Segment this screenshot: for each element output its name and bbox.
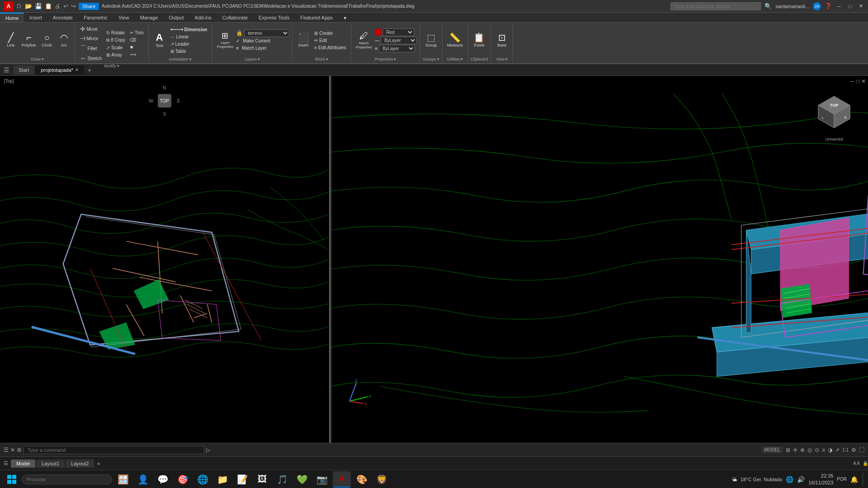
redo-icon[interactable]: ↪ [71, 3, 76, 9]
transparency-icon[interactable]: ◑ [828, 447, 832, 453]
taskbar-app-files[interactable]: 📁 [213, 471, 231, 488]
viewport-minimize-icon[interactable]: ─ [850, 78, 854, 84]
block-expand-icon[interactable]: ▾ [326, 57, 328, 61]
insert-button[interactable]: ⬛ Insert [295, 32, 311, 48]
group-button[interactable]: ⬚ Group [423, 32, 439, 48]
taskbar-app-explorer[interactable]: 🪟 [114, 471, 132, 488]
show-desktop-button[interactable] [863, 473, 864, 486]
properties-group-label[interactable]: Properties ▾ [374, 56, 396, 61]
scale-button[interactable]: ⤢Scale [104, 44, 127, 51]
utilities-expand-icon[interactable]: ▾ [461, 57, 463, 61]
tab-manage[interactable]: Manage [135, 13, 164, 22]
selection-icon[interactable]: ↗ [835, 447, 840, 453]
linear-button[interactable]: ↔ Linear [169, 33, 209, 40]
view-group-label[interactable]: View ▾ [496, 56, 508, 61]
help-icon[interactable]: ❓ [825, 3, 832, 9]
linetype-dropdown[interactable]: ByLayer [381, 37, 417, 44]
tab-annotate[interactable]: Annotate [47, 13, 78, 22]
tab-home[interactable]: Home [0, 13, 24, 22]
offset-button[interactable]: ⟹ [128, 51, 146, 58]
settings-icon[interactable]: ⚙ [851, 447, 856, 453]
notifications-icon[interactable]: 🔔 [850, 476, 858, 483]
fillet-button[interactable]: ⌒Fillet [78, 43, 104, 53]
circle-button[interactable]: ○ Circle [39, 32, 55, 48]
annotation-expand-icon[interactable]: ▾ [189, 57, 192, 61]
saveas-icon[interactable]: 📋 [45, 3, 52, 9]
taskbar-app-store[interactable]: 🎯 [174, 471, 192, 488]
grid-icon[interactable]: ⊞ [786, 447, 790, 453]
dimension-button[interactable]: ⟵⟶ Dimension [169, 26, 209, 33]
properties-expand-icon[interactable]: ▾ [394, 57, 396, 61]
command-input[interactable] [24, 446, 204, 454]
arc-button[interactable]: ◠ Arc [56, 32, 72, 48]
taskbar-search-input[interactable] [22, 474, 112, 484]
tab-featured[interactable]: Featured Apps [295, 13, 338, 22]
trim-button[interactable]: ✂Trim [128, 29, 146, 36]
measure-button[interactable]: 📏 Measure [445, 32, 465, 48]
polar-icon[interactable]: ◎ [807, 447, 812, 453]
erase-button[interactable]: ⌫ [128, 37, 146, 43]
annotation-scale[interactable]: A A [853, 461, 860, 466]
base-button[interactable]: ⊡ Base [494, 32, 510, 48]
windows-start-button[interactable] [4, 471, 20, 488]
match-properties-button[interactable]: 🖊 MatchProperties [354, 30, 374, 50]
viewport-right[interactable]: ─ □ ✕ TOP L R ▲ Unnamed [331, 76, 868, 443]
tab-plus[interactable]: ● [338, 13, 352, 22]
taskbar-app-browser[interactable]: 🦁 [373, 471, 391, 488]
color-dropdown[interactable]: Red [382, 28, 414, 36]
taskbar-app-spotify[interactable]: 🎵 [273, 471, 291, 488]
taskbar-app-edge[interactable]: 🌐 [193, 471, 212, 488]
undo-icon[interactable]: ↩ [63, 3, 68, 9]
tab-collaborate[interactable]: Collaborate [217, 13, 253, 22]
view-expand-icon[interactable]: ▾ [505, 57, 508, 61]
language-indicator[interactable]: POR [837, 477, 847, 482]
ortho-icon[interactable]: ⊕ [800, 447, 805, 453]
explode-button[interactable]: ✸ [128, 44, 146, 51]
groups-group-label[interactable]: Groups ▾ [423, 56, 439, 61]
array-button[interactable]: ⊞Array [104, 52, 127, 58]
layer-properties-button[interactable]: ⊞ LayerProperties [215, 31, 235, 50]
modify-group-label[interactable]: Modify ▾ [104, 63, 119, 68]
network-icon[interactable]: 🌐 [786, 476, 793, 483]
taskbar-app-ps[interactable]: 🎨 [353, 471, 371, 488]
create-button[interactable]: ⊞ Create [312, 30, 348, 37]
polyline-button[interactable]: ⌐ Polyline [20, 32, 38, 48]
viewport-maximize-icon[interactable]: □ [856, 78, 859, 84]
layout-hamburger-icon[interactable]: ☰ [4, 460, 8, 466]
rotate-button[interactable]: ↻Rotate [104, 29, 127, 36]
line-button[interactable]: ╱ Line [3, 32, 19, 48]
lineweight-icon2[interactable]: ≡ [822, 447, 825, 453]
modify-expand-icon[interactable]: ▾ [117, 64, 119, 68]
model-label[interactable]: MODEL [762, 446, 783, 453]
make-current-button[interactable]: Make Current [241, 38, 272, 44]
draw-group-label[interactable]: Draw ▾ [31, 56, 44, 61]
maximize-button[interactable]: □ [846, 3, 854, 10]
layout1-tab[interactable]: Layout1 [36, 460, 65, 468]
taskbar-app-task[interactable]: 💬 [154, 471, 172, 488]
edit-attributes-button[interactable]: ≡ Edit Attributes [312, 44, 348, 51]
menu-icon[interactable]: ☰ [4, 66, 9, 74]
tab-view[interactable]: View [113, 13, 135, 22]
doc-tab-close-icon[interactable]: ✕ [75, 67, 79, 72]
taskbar-app-search[interactable]: 👤 [134, 471, 152, 488]
tab-parametric[interactable]: Parametric [78, 13, 113, 22]
taskbar-app-powerpoint[interactable]: 🖼 [253, 471, 271, 488]
paste-button[interactable]: 📋 Paste [471, 32, 487, 48]
open-icon[interactable]: 📂 [25, 3, 32, 9]
taskbar-app-word[interactable]: 📝 [233, 471, 251, 488]
new-tab-button[interactable]: + [85, 66, 94, 74]
block-group-label[interactable]: Block ▾ [315, 56, 328, 61]
save-icon[interactable]: 💾 [35, 3, 42, 9]
snap-icon[interactable]: ✛ [793, 447, 797, 453]
table-button[interactable]: ⊞ Table [169, 48, 209, 55]
draw-expand-icon[interactable]: ▾ [42, 57, 44, 61]
close-command-icon[interactable]: ✕ [10, 447, 15, 453]
edit-button[interactable]: ✏ Edit [312, 37, 348, 44]
copy-button[interactable]: ⧉8 Copy [104, 37, 127, 44]
user-label[interactable]: santamariaoli... [775, 4, 809, 9]
new-icon[interactable]: 🗋 [16, 3, 22, 9]
snap2-icon[interactable]: ⊙ [815, 447, 819, 453]
minimize-button[interactable]: ─ [835, 3, 843, 10]
mirror-button[interactable]: ⊣Mirror [78, 34, 104, 43]
tab-addins[interactable]: Add-ins [189, 13, 217, 22]
